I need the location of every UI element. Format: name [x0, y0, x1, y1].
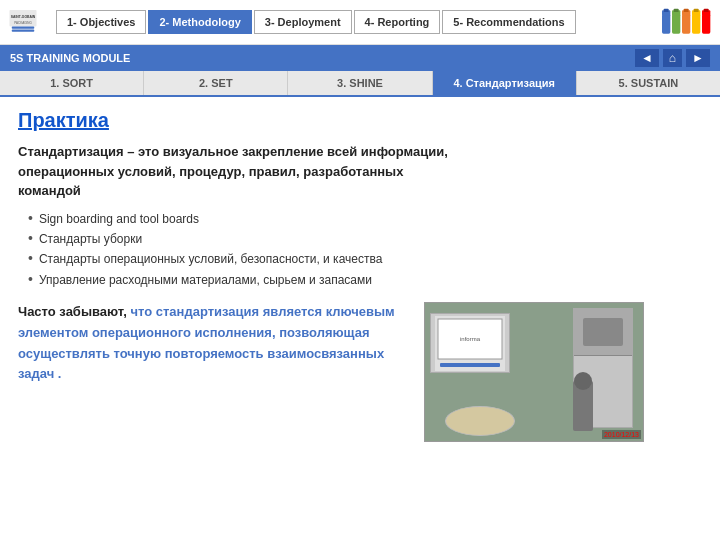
- tab-deployment[interactable]: 3- Deployment: [254, 10, 352, 34]
- list-item: Стандарты операционных условий, безопасн…: [28, 249, 702, 269]
- svg-rect-17: [674, 9, 679, 12]
- step-tab-shine[interactable]: 3. SHINE: [288, 71, 432, 95]
- step-tab-set[interactable]: 2. SET: [144, 71, 288, 95]
- svg-rect-12: [692, 14, 700, 34]
- svg-text:SAINT-GOBAIN: SAINT-GOBAIN: [11, 15, 36, 19]
- photo-display-board: informa: [430, 313, 510, 373]
- svg-rect-16: [664, 9, 669, 12]
- tab-recommendations[interactable]: 5- Recommendations: [442, 10, 575, 34]
- intro-text: Стандартизация – это визуальное закрепле…: [18, 142, 468, 201]
- next-arrow-button[interactable]: ►: [686, 49, 710, 67]
- nav-tabs: 1- Objectives 2- Methodology 3- Deployme…: [56, 10, 658, 34]
- list-item: Управление расходными материалами, сырье…: [28, 270, 702, 290]
- highlight-bold: Часто забывают,: [18, 304, 127, 319]
- svg-text:informa: informa: [460, 336, 481, 342]
- svg-rect-10: [682, 14, 690, 34]
- svg-rect-5: [12, 30, 35, 32]
- svg-rect-14: [702, 14, 710, 34]
- bullet-list: Sign boarding and tool boards Стандарты …: [28, 209, 702, 291]
- prev-arrow-button[interactable]: ◄: [635, 49, 659, 67]
- svg-rect-8: [672, 14, 680, 34]
- svg-rect-19: [694, 9, 699, 12]
- bottles-icon: [662, 6, 712, 38]
- highlight-text: Часто забывают, что стандартизация являе…: [18, 302, 408, 385]
- svg-text:PACKAGING: PACKAGING: [14, 21, 32, 25]
- step-tab-sort[interactable]: 1. SORT: [0, 71, 144, 95]
- home-button[interactable]: ⌂: [663, 49, 682, 67]
- svg-rect-24: [440, 363, 500, 367]
- tab-methodology[interactable]: 2- Methodology: [148, 10, 251, 34]
- photo-box: informa 2010/12/13: [424, 302, 644, 442]
- training-bar-navigation: ◄ ⌂ ►: [635, 49, 710, 67]
- svg-rect-20: [704, 9, 709, 12]
- section-title: Практика: [18, 109, 702, 132]
- svg-rect-18: [684, 9, 689, 12]
- company-logo: SAINT-GOBAIN PACKAGING: [8, 8, 38, 36]
- tab-reporting[interactable]: 4- Reporting: [354, 10, 441, 34]
- display-svg: informa: [435, 316, 505, 371]
- svg-rect-6: [662, 14, 670, 34]
- step-tab-standardize[interactable]: 4. Стандартизация: [433, 71, 577, 95]
- photo-person: [573, 381, 593, 431]
- list-item: Sign boarding and tool boards: [28, 209, 702, 229]
- list-item: Стандарты уборки: [28, 229, 702, 249]
- training-module-bar: 5S TRAINING MODULE ◄ ⌂ ►: [0, 45, 720, 71]
- logo-area: SAINT-GOBAIN PACKAGING: [8, 8, 42, 36]
- step-tabs: 1. SORT 2. SET 3. SHINE 4. Стандартизаци…: [0, 71, 720, 97]
- tab-objectives[interactable]: 1- Objectives: [56, 10, 146, 34]
- photo-inner: informa 2010/12/13: [425, 303, 643, 441]
- step-tab-sustain[interactable]: 5. SUSTAIN: [577, 71, 720, 95]
- svg-rect-4: [12, 27, 35, 29]
- photo-table: [445, 406, 515, 436]
- photo-timestamp: 2010/12/13: [602, 430, 641, 439]
- bottom-section: Часто забывают, что стандартизация являе…: [18, 302, 702, 442]
- training-module-label: 5S TRAINING MODULE: [10, 52, 130, 64]
- main-content: Практика Стандартизация – это визуальное…: [0, 97, 720, 454]
- top-bar: SAINT-GOBAIN PACKAGING 1- Objectives 2- …: [0, 0, 720, 45]
